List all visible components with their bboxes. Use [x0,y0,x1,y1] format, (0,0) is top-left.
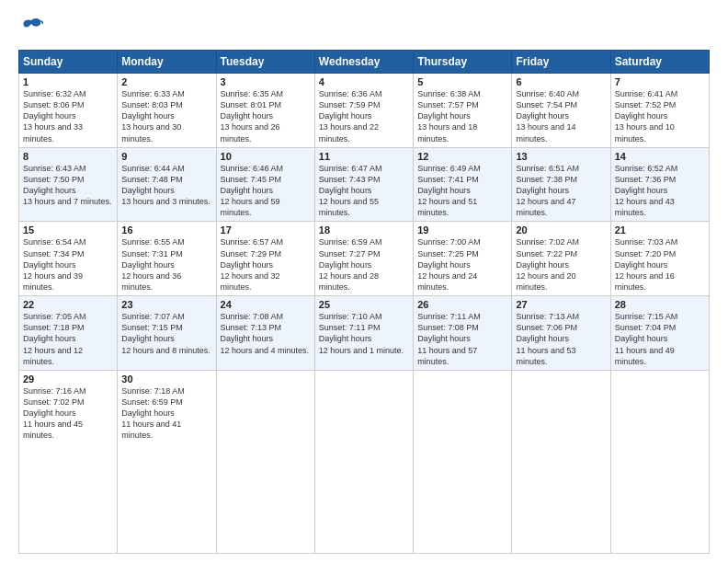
cell-details: Sunrise: 7:07 AMSunset: 7:15 PMDaylight … [121,311,211,356]
day-number: 25 [319,299,409,310]
day-number: 3 [221,76,311,87]
calendar-cell: 9Sunrise: 6:44 AMSunset: 7:48 PMDaylight… [118,147,216,222]
cell-details: Sunrise: 6:47 AMSunset: 7:43 PMDaylight … [319,163,409,219]
day-number: 12 [417,151,507,162]
cell-details: Sunrise: 6:43 AMSunset: 7:50 PMDaylight … [23,163,113,208]
cell-details: Sunrise: 7:13 AMSunset: 7:06 PMDaylight … [516,311,606,367]
cell-details: Sunrise: 6:38 AMSunset: 7:57 PMDaylight … [417,88,507,144]
cell-details: Sunrise: 6:46 AMSunset: 7:45 PMDaylight … [221,163,311,219]
day-number: 30 [121,373,211,385]
calendar-cell: 26Sunrise: 7:11 AMSunset: 7:08 PMDayligh… [414,296,512,371]
weekday-tuesday: Tuesday [216,51,314,74]
calendar-cell: 1Sunrise: 6:32 AMSunset: 8:06 PMDaylight… [19,74,118,148]
cell-details: Sunrise: 7:08 AMSunset: 7:13 PMDaylight … [221,311,311,356]
day-number: 19 [417,224,507,236]
calendar-table: SundayMondayTuesdayWednesdayThursdayFrid… [18,50,710,554]
cell-details: Sunrise: 6:36 AMSunset: 7:59 PMDaylight … [319,88,409,144]
cell-details: Sunrise: 7:18 AMSunset: 6:59 PMDaylight … [121,385,211,442]
calendar-cell: 30Sunrise: 7:18 AMSunset: 6:59 PMDayligh… [118,370,216,553]
weekday-wednesday: Wednesday [314,51,413,74]
day-number: 11 [319,151,409,162]
cell-details: Sunrise: 6:49 AMSunset: 7:41 PMDaylight … [417,163,507,219]
day-number: 15 [23,224,113,236]
cell-details: Sunrise: 7:03 AMSunset: 7:20 PMDaylight … [615,236,705,293]
day-number: 22 [23,299,113,310]
calendar-cell: 24Sunrise: 7:08 AMSunset: 7:13 PMDayligh… [216,296,314,371]
day-number: 5 [417,76,507,87]
calendar-cell: 4Sunrise: 6:36 AMSunset: 7:59 PMDaylight… [314,74,413,148]
week-row-3: 15Sunrise: 6:54 AMSunset: 7:34 PMDayligh… [19,222,710,296]
calendar-cell [216,370,314,553]
weekday-monday: Monday [118,51,216,74]
cell-details: Sunrise: 6:33 AMSunset: 8:03 PMDaylight … [121,88,211,144]
weekday-friday: Friday [512,51,610,74]
weekday-sunday: Sunday [19,51,118,74]
calendar-cell: 8Sunrise: 6:43 AMSunset: 7:50 PMDaylight… [19,147,118,222]
calendar-cell: 12Sunrise: 6:49 AMSunset: 7:41 PMDayligh… [414,147,512,222]
calendar-cell: 2Sunrise: 6:33 AMSunset: 8:03 PMDaylight… [118,74,216,148]
calendar-cell: 19Sunrise: 7:00 AMSunset: 7:25 PMDayligh… [414,222,512,296]
day-number: 29 [23,373,113,385]
calendar-cell: 7Sunrise: 6:41 AMSunset: 7:52 PMDaylight… [610,74,709,148]
calendar-cell: 21Sunrise: 7:03 AMSunset: 7:20 PMDayligh… [610,222,709,296]
logo [18,15,48,40]
week-row-5: 29Sunrise: 7:16 AMSunset: 7:02 PMDayligh… [19,370,710,553]
calendar-cell: 16Sunrise: 6:55 AMSunset: 7:31 PMDayligh… [118,222,216,296]
weekday-header-row: SundayMondayTuesdayWednesdayThursdayFrid… [19,51,710,74]
calendar-cell: 13Sunrise: 6:51 AMSunset: 7:38 PMDayligh… [512,147,610,222]
cell-details: Sunrise: 6:52 AMSunset: 7:36 PMDaylight … [615,163,705,219]
calendar-cell: 10Sunrise: 6:46 AMSunset: 7:45 PMDayligh… [216,147,314,222]
calendar-cell: 3Sunrise: 6:35 AMSunset: 8:01 PMDaylight… [216,74,314,148]
weekday-saturday: Saturday [610,51,709,74]
cell-details: Sunrise: 7:10 AMSunset: 7:11 PMDaylight … [319,311,409,356]
calendar-cell: 15Sunrise: 6:54 AMSunset: 7:34 PMDayligh… [19,222,118,296]
day-number: 2 [121,76,211,87]
cell-details: Sunrise: 6:59 AMSunset: 7:27 PMDaylight … [319,236,409,293]
calendar-cell: 11Sunrise: 6:47 AMSunset: 7:43 PMDayligh… [314,147,413,222]
day-number: 17 [221,224,311,236]
calendar-cell: 22Sunrise: 7:05 AMSunset: 7:18 PMDayligh… [19,296,118,371]
week-row-1: 1Sunrise: 6:32 AMSunset: 8:06 PMDaylight… [19,74,710,148]
day-number: 21 [615,224,705,236]
day-number: 13 [516,151,606,162]
cell-details: Sunrise: 6:51 AMSunset: 7:38 PMDaylight … [516,163,606,219]
day-number: 8 [23,151,113,162]
calendar-cell: 5Sunrise: 6:38 AMSunset: 7:57 PMDaylight… [414,74,512,148]
day-number: 26 [417,299,507,310]
page: SundayMondayTuesdayWednesdayThursdayFrid… [0,0,728,563]
day-number: 6 [516,76,606,87]
cell-details: Sunrise: 6:40 AMSunset: 7:54 PMDaylight … [516,88,606,144]
calendar-cell: 20Sunrise: 7:02 AMSunset: 7:22 PMDayligh… [512,222,610,296]
calendar-cell: 25Sunrise: 7:10 AMSunset: 7:11 PMDayligh… [314,296,413,371]
calendar-cell [512,370,610,553]
cell-details: Sunrise: 6:44 AMSunset: 7:48 PMDaylight … [121,163,211,208]
calendar-cell: 14Sunrise: 6:52 AMSunset: 7:36 PMDayligh… [610,147,709,222]
day-number: 20 [516,224,606,236]
cell-details: Sunrise: 6:54 AMSunset: 7:34 PMDaylight … [23,236,113,293]
day-number: 18 [319,224,409,236]
day-number: 27 [516,299,606,310]
cell-details: Sunrise: 7:02 AMSunset: 7:22 PMDaylight … [516,236,606,293]
calendar-cell: 17Sunrise: 6:57 AMSunset: 7:29 PMDayligh… [216,222,314,296]
cell-details: Sunrise: 7:05 AMSunset: 7:18 PMDaylight … [23,311,113,367]
day-number: 1 [23,76,113,87]
calendar-cell [414,370,512,553]
weekday-thursday: Thursday [414,51,512,74]
cell-details: Sunrise: 6:32 AMSunset: 8:06 PMDaylight … [23,88,113,144]
cell-details: Sunrise: 6:35 AMSunset: 8:01 PMDaylight … [221,88,311,144]
day-number: 16 [121,224,211,236]
day-number: 7 [615,76,705,87]
logo-icon [18,15,44,40]
calendar-cell: 29Sunrise: 7:16 AMSunset: 7:02 PMDayligh… [19,370,118,553]
cell-details: Sunrise: 7:00 AMSunset: 7:25 PMDaylight … [417,236,507,293]
cell-details: Sunrise: 6:55 AMSunset: 7:31 PMDaylight … [121,236,211,293]
week-row-4: 22Sunrise: 7:05 AMSunset: 7:18 PMDayligh… [19,296,710,371]
week-row-2: 8Sunrise: 6:43 AMSunset: 7:50 PMDaylight… [19,147,710,222]
header [18,15,710,40]
day-number: 9 [121,151,211,162]
calendar-cell: 6Sunrise: 6:40 AMSunset: 7:54 PMDaylight… [512,74,610,148]
cell-details: Sunrise: 6:57 AMSunset: 7:29 PMDaylight … [221,236,311,293]
day-number: 10 [221,151,311,162]
calendar-cell: 28Sunrise: 7:15 AMSunset: 7:04 PMDayligh… [610,296,709,371]
day-number: 14 [615,151,705,162]
